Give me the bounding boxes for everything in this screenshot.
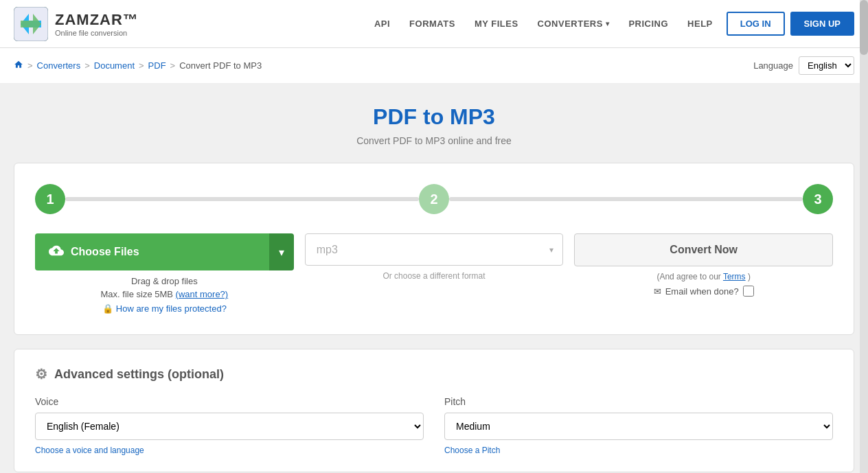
breadcrumb: > Converters > Document > PDF > Convert … [14,60,262,71]
choose-files-label: Choose Files [71,246,139,258]
nav: API FORMATS MY FILES CONVERTERS ▾ PRICIN… [374,19,713,29]
breadcrumb-document-link[interactable]: Document [94,60,135,71]
breadcrumb-sep-3: > [139,60,144,71]
language-select[interactable]: English [799,56,854,75]
step-3-circle: 3 [803,184,833,214]
advanced-settings-card: ⚙ Advanced settings (optional) Voice Eng… [14,349,854,472]
breadcrumb-home-link[interactable] [14,60,23,71]
main-content: PDF to MP3 Convert PDF to MP3 online and… [0,84,868,473]
steps-row: 1 2 3 [35,184,833,214]
convert-now-button[interactable]: Convert Now [574,233,833,266]
step-line-1 [65,197,419,201]
step-1-circle: 1 [35,184,65,214]
scrollbar[interactable] [860,0,868,473]
header: ZAMZAR™ Online file conversion API FORMA… [0,0,868,48]
home-icon [14,61,23,71]
actions-row: Choose Files ▾ Drag & drop files Max. fi… [35,233,833,314]
upload-icon [49,243,64,261]
pitch-select[interactable]: Medium [444,413,833,440]
breadcrumb-bar: > Converters > Document > PDF > Convert … [0,48,868,84]
login-button[interactable]: LOG IN [727,12,785,36]
drag-drop-text: Drag & drop files [131,276,198,286]
advanced-settings-header: ⚙ Advanced settings (optional) [35,366,833,382]
converter-card: 1 2 3 Choose Files [14,163,854,335]
page-title: PDF to MP3 [14,104,854,130]
protected-link[interactable]: 🔒 How are my files protected? [102,303,227,314]
convert-area: Convert Now (And agree to our Terms ) ✉ … [574,233,833,297]
email-icon: ✉ [654,286,661,297]
pitch-label: Pitch [444,396,833,407]
logo-icon [14,7,48,41]
dropdown-arrow-icon: ▾ [279,246,284,258]
pitch-hint[interactable]: Choose a Pitch [444,446,833,455]
lock-icon: 🔒 [102,303,113,314]
language-area: Language English [753,56,854,75]
email-when-done-checkbox[interactable] [743,286,754,297]
email-when-done-label: Email when done? [665,286,739,297]
logo-link[interactable]: ZAMZAR™ Online file conversion [14,7,139,41]
nav-help[interactable]: HELP [687,19,713,29]
pitch-field-group: Pitch Medium Choose a Pitch [444,396,833,455]
step-line-2 [449,197,803,201]
choose-files-area: Choose Files ▾ Drag & drop files Max. fi… [35,233,294,314]
breadcrumb-sep-2: > [84,60,90,71]
format-select-wrapper: mp3 ▾ [305,233,564,266]
nav-formats[interactable]: FORMATS [409,19,455,29]
format-select[interactable]: mp3 [305,233,564,266]
breadcrumb-sep-1: > [27,60,33,71]
breadcrumb-sep-4: > [170,60,176,71]
want-more-link[interactable]: (want more?) [176,289,229,299]
choose-files-button[interactable]: Choose Files [35,233,269,270]
choose-files-btn-group: Choose Files ▾ [35,233,294,270]
language-label: Language [753,60,793,71]
breadcrumb-converters-link[interactable]: Converters [37,60,81,71]
nav-my-files[interactable]: MY FILES [475,19,518,29]
nav-api[interactable]: API [374,19,390,29]
choose-files-dropdown-button[interactable]: ▾ [269,233,294,270]
step-2-circle: 2 [419,184,449,214]
agree-text: (And agree to our Terms ) [656,272,751,281]
logo-tagline: Online file conversion [55,29,139,37]
scrollbar-thumb[interactable] [860,0,868,55]
signup-button[interactable]: SIGN UP [790,12,854,36]
breadcrumb-current: Convert PDF to MP3 [179,60,262,71]
logo-brand: ZAMZAR™ [55,11,139,29]
converters-caret-icon: ▾ [606,20,610,27]
breadcrumb-pdf-link[interactable]: PDF [148,60,166,71]
advanced-settings-title: Advanced settings (optional) [54,367,224,382]
gear-icon: ⚙ [35,366,47,382]
voice-label: Voice [35,396,424,407]
voice-field-group: Voice English (Female) Choose a voice an… [35,396,424,455]
voice-select[interactable]: English (Female) [35,413,424,440]
logo-text: ZAMZAR™ Online file conversion [55,11,139,37]
terms-link[interactable]: Terms [723,272,746,281]
advanced-fields: Voice English (Female) Choose a voice an… [35,396,833,455]
nav-pricing[interactable]: PRICING [628,19,668,29]
file-size-text: Max. file size 5MB (want more?) [100,289,228,299]
format-area: mp3 ▾ Or choose a different format [305,233,564,281]
page-subtitle: Convert PDF to MP3 online and free [14,135,854,146]
format-subtitle: Or choose a different format [382,271,485,281]
nav-converters[interactable]: CONVERTERS ▾ [538,19,610,29]
email-row: ✉ Email when done? [654,286,754,297]
voice-hint[interactable]: Choose a voice and language [35,446,424,455]
